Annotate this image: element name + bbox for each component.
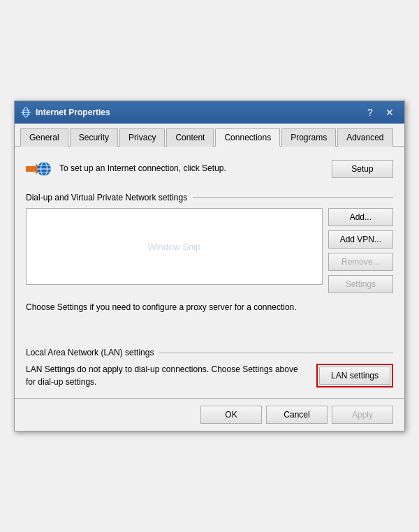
lan-section-line xyxy=(159,353,393,353)
tabs-bar: General Security Privacy Content Connect… xyxy=(15,124,404,147)
proxy-description: Choose Settings if you need to configure… xyxy=(26,302,393,313)
lan-section-title: Local Area Network (LAN) settings xyxy=(26,348,154,357)
internet-properties-window: Internet Properties ? ✕ General Security… xyxy=(14,101,405,432)
vpn-section-header: Dial-up and Virtual Private Network sett… xyxy=(26,193,393,202)
add-vpn-button[interactable]: Add VPN... xyxy=(328,230,393,249)
lan-row: LAN Settings do not apply to dial-up con… xyxy=(26,363,393,388)
tab-general[interactable]: General xyxy=(20,128,68,147)
setup-icon xyxy=(26,156,51,182)
close-button[interactable]: ✕ xyxy=(381,105,399,119)
lan-description: LAN Settings do not apply to dial-up con… xyxy=(26,363,308,388)
tab-content[interactable]: Content xyxy=(166,128,214,147)
tab-advanced[interactable]: Advanced xyxy=(337,128,392,147)
remove-button[interactable]: Remove... xyxy=(328,253,393,271)
setup-description: To set up an Internet connection, click … xyxy=(59,163,323,175)
lan-section: Local Area Network (LAN) settings LAN Se… xyxy=(26,348,393,388)
lan-section-header: Local Area Network (LAN) settings xyxy=(26,348,393,357)
listbox-watermark: Window Snip xyxy=(147,241,200,251)
ok-button[interactable]: OK xyxy=(200,406,262,424)
setup-button[interactable]: Setup xyxy=(332,160,393,178)
tab-connections[interactable]: Connections xyxy=(215,128,280,147)
spacer xyxy=(26,327,393,348)
title-bar-controls: ? ✕ xyxy=(361,105,399,119)
lan-button-highlight: LAN settings xyxy=(316,364,393,387)
window-title: Internet Properties xyxy=(36,108,361,117)
setup-row: To set up an Internet connection, click … xyxy=(26,156,393,182)
lan-settings-button[interactable]: LAN settings xyxy=(319,367,390,385)
cancel-button[interactable]: Cancel xyxy=(266,406,328,424)
vpn-section-line xyxy=(193,197,393,198)
vpn-listbox[interactable]: Window Snip xyxy=(26,208,323,285)
tab-privacy[interactable]: Privacy xyxy=(119,128,165,147)
bottom-bar: OK Cancel Apply xyxy=(15,398,404,431)
add-button[interactable]: Add... xyxy=(328,208,393,226)
help-button[interactable]: ? xyxy=(361,105,379,119)
window-icon xyxy=(20,107,31,118)
apply-button[interactable]: Apply xyxy=(332,406,393,424)
settings-button[interactable]: Settings xyxy=(328,275,393,293)
tab-security[interactable]: Security xyxy=(70,128,118,147)
title-bar: Internet Properties ? ✕ xyxy=(15,101,404,124)
vpn-area: Window Snip Add... Add VPN... Remove... … xyxy=(26,208,393,293)
tab-programs[interactable]: Programs xyxy=(281,128,336,147)
vpn-buttons: Add... Add VPN... Remove... Settings xyxy=(328,208,393,293)
connections-content: To set up an Internet connection, click … xyxy=(15,147,404,399)
vpn-section-title: Dial-up and Virtual Private Network sett… xyxy=(26,193,187,202)
